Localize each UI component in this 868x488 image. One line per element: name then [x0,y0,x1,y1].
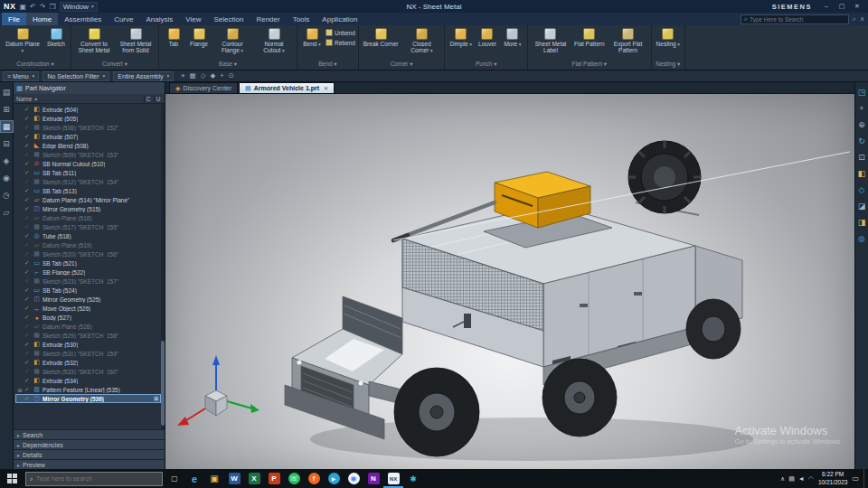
feature-check-icon[interactable]: ✓ [24,151,31,158]
tree-item-datum-plane-519[interactable]: ✓▱Datum Plane (519) [15,240,161,249]
sheet-metal-from-solid-button[interactable]: Sheet Metal from Solid [116,27,156,55]
feature-check-icon[interactable]: ✓ [24,386,31,393]
feature-check-icon[interactable]: ✓ [24,286,31,294]
feature-check-icon[interactable]: ✓ [24,341,31,348]
taskbar-clock[interactable]: 6:22 PM 10/21/2023 [818,471,848,485]
window-menu-button[interactable]: Window▾ [60,2,98,12]
normal-cutout-button[interactable]: Normal Cutout ▾ [254,27,294,55]
feature-check-icon[interactable]: ✓ [24,350,31,357]
taskbar-search[interactable]: ⌕ [25,472,163,486]
rotate-view-icon[interactable]: ↻ [856,136,868,146]
tree-item-extrude-532[interactable]: ✓◧Extrude (532) [15,358,161,367]
feature-check-icon[interactable]: ✓ [24,196,31,203]
menu-tab-analysis[interactable]: Analysis [139,13,179,25]
louver-button[interactable]: Louver [476,27,499,48]
tree-item-sketch-523-sketch-157[interactable]: ✓▦Sketch (523) "SKETCH_157" [15,277,161,286]
menu-tab-tools[interactable]: Tools [287,13,316,25]
center-snap-icon[interactable]: ⊙ [229,71,234,80]
tree-item-sketch-529-sketch-158[interactable]: ✓▦Sketch (529) "SKETCH_158" [15,331,161,340]
snap-point-icon[interactable]: ⌖ [181,71,184,80]
tree-item-sketch-533-sketch-160[interactable]: ✓▦Sketch (533) "SKETCH_160" [15,367,161,376]
feature-check-icon[interactable]: ✓ [24,187,31,194]
dimple-button[interactable]: Dimple ▾ [448,27,474,48]
feature-check-icon[interactable]: ✓ [24,250,31,258]
perspective-view-icon[interactable]: ◨ [856,217,868,228]
feature-check-icon[interactable]: ✓ [24,133,31,140]
part-navigator-icon[interactable]: ▦ [1,121,13,132]
feature-check-icon[interactable]: ✓ [24,205,31,212]
ribbon-group-label-bend[interactable]: Bend ▾ [300,60,355,70]
web-browser-icon[interactable]: ◉ [1,173,13,183]
command-finder-icon[interactable]: ⌕ [853,15,856,23]
tree-item-move-object-526[interactable]: ✓↔Move Object (526) [15,304,161,313]
section-dependencies[interactable]: ▸Dependencies [14,439,165,449]
view-cube-icon[interactable]: ◳ [856,87,868,98]
flange-button[interactable]: Flange [187,27,211,48]
history-icon[interactable]: ◷ [1,190,13,201]
feature-check-icon[interactable]: ✓ [24,314,31,321]
feature-check-icon[interactable]: ✓ [24,277,31,285]
feature-check-icon[interactable]: ✓ [24,106,31,113]
undo-icon[interactable]: ↶ [30,3,36,11]
closed-corner-button[interactable]: Closed Corner ▾ [401,27,441,55]
network-icon[interactable]: ◠ [808,475,814,483]
tree-item-mirror-geometry-515[interactable]: ✓◫Mirror Geometry (515) [15,204,161,213]
task-view-icon[interactable]: ▢ [165,469,184,488]
tree-item-extrude-504[interactable]: ✓◧Extrude (504) [15,105,161,114]
nx-icon[interactable]: NX [383,469,403,488]
render-style-icon[interactable]: ◍ [856,233,868,244]
onenote-icon[interactable]: N [363,469,383,488]
tree-item-edge-blend-508[interactable]: ✓◣Edge Blend (508) [15,141,161,150]
edge-icon[interactable]: e [184,469,204,488]
unbend-button[interactable]: Unbend [326,29,355,36]
section-details[interactable]: ▸Details [14,449,165,459]
tree-item-extrude-530[interactable]: ✓◧Extrude (530) [15,340,161,349]
show-desktop-button[interactable] [863,469,867,488]
close-icon[interactable]: ✕ [850,3,864,10]
section-view-icon[interactable]: ◪ [856,201,868,211]
shaded-view-icon[interactable]: ◧ [856,168,868,179]
tree-item-extrude-505[interactable]: ✓◧Extrude (505) [15,114,161,123]
tree-item-sb-tab-521[interactable]: ✓▭SB Tab (521) [15,258,161,267]
wcs-triad[interactable] [177,355,259,426]
minimize-ribbon-icon[interactable]: ∧ [860,15,864,23]
tree-item-tube-518[interactable]: ✓◎Tube (518) [15,231,161,240]
fit-view-icon[interactable]: ⊡ [856,152,868,163]
spare-tire[interactable] [628,141,701,215]
feature-check-icon[interactable]: ✓ [24,323,31,330]
whatsapp-icon[interactable]: ☏ [284,469,304,488]
doc-tab-discovery-center[interactable]: ◈Discovery Center [169,82,238,93]
close-tab-icon[interactable]: ✕ [324,85,328,91]
feature-check-icon[interactable]: ✓ [24,232,31,239]
constraint-navigator-icon[interactable]: ⊞ [1,104,13,115]
wireframe-view-icon[interactable]: ◇ [856,184,868,195]
notification-center-icon[interactable]: ▭ [852,474,859,483]
feature-check-icon[interactable]: ✓ [24,142,31,149]
sketch-button[interactable]: Sketch [44,27,68,48]
menu-button[interactable]: ≡Menu▾ [3,71,39,81]
excel-icon[interactable]: X [244,469,264,488]
menu-tab-render[interactable]: Render [250,13,286,25]
maximize-icon[interactable]: ▢ [835,3,849,10]
tree-item-datum-plane-516[interactable]: ✓▱Datum Plane (516) [15,213,161,222]
pan-view-icon[interactable]: + [856,103,868,114]
telegram-icon[interactable]: ▶ [324,469,344,488]
chrome-icon[interactable]: ◉ [344,469,363,488]
selection-scope-dropdown[interactable]: Entire Assembly▾ [113,71,174,81]
reuse-library-icon[interactable]: ⊟ [1,138,13,149]
redo-icon[interactable]: ↷ [40,3,46,11]
midpoint-snap-icon[interactable]: ◆ [210,71,215,80]
convert-to-sheet-metal-button[interactable]: Convert to Sheet Metal [74,27,114,55]
ribbon-group-label-base[interactable]: Base ▾ [162,60,294,70]
tree-item-extrude-534[interactable]: ✓◧Extrude (534) [15,376,161,385]
scrollbar-thumb[interactable] [161,341,165,426]
tree-item-sketch-517-sketch-155[interactable]: ✓▦Sketch (517) "SKETCH_155" [15,222,161,231]
bend-button[interactable]: Bend ▾ [300,27,324,48]
tree-item-mirror-geometry-525[interactable]: ✓◫Mirror Geometry (525) [15,295,161,304]
tree-item-sb-tab-511[interactable]: ✓▭SB Tab (511) [15,168,161,177]
feature-check-icon[interactable]: ✓ [24,223,31,230]
tree-item-sketch-506-sketch-152[interactable]: ✓▦Sketch (506) "SKETCH_152" [15,123,161,132]
tree-item-pattern-feature-linear-535[interactable]: ⊞✓▥Pattern Feature [Linear] (535) [15,385,161,394]
save-icon[interactable]: ▣ [20,3,27,11]
section-search[interactable]: ▸Search [14,429,165,439]
